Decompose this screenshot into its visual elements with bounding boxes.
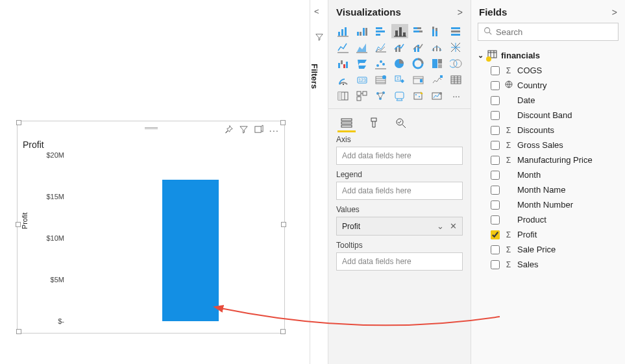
field-checkbox[interactable] [491, 215, 500, 224]
viz-type-21[interactable] [335, 73, 352, 87]
viz-type-3[interactable] [391, 24, 408, 38]
field-cogs[interactable]: ΣCOGS [471, 63, 625, 78]
field-checkbox[interactable] [491, 141, 500, 150]
field-checkbox[interactable] [491, 96, 500, 105]
field-checkbox[interactable] [491, 230, 500, 239]
chart-visual[interactable]: ··· Profit Profit $20M $15M $10M $5M $- [17, 121, 285, 334]
viz-type-28[interactable] [335, 89, 352, 103]
viz-type-13[interactable] [448, 40, 465, 55]
viz-type-24[interactable]: Σ [391, 73, 408, 87]
fields-tab-icon[interactable] [339, 115, 354, 130]
field-date[interactable]: ·Date [471, 93, 625, 108]
chart-bar[interactable] [162, 180, 219, 321]
values-well[interactable]: Profit ⌄ ✕ [336, 217, 463, 236]
field-gross-sales[interactable]: ΣGross Sales [471, 138, 625, 152]
viz-type-14[interactable] [335, 56, 352, 71]
search-input[interactable] [496, 27, 613, 37]
field-checkbox[interactable] [491, 156, 500, 165]
field-checkbox[interactable] [491, 111, 500, 120]
svg-rect-74 [371, 118, 376, 121]
format-tab-icon[interactable] [366, 115, 382, 130]
field-country[interactable]: Country [471, 78, 625, 93]
resize-handle-tl[interactable] [16, 120, 21, 125]
viz-type-23[interactable] [373, 73, 389, 87]
viz-type-0[interactable] [335, 24, 352, 38]
expand-filters-icon[interactable]: < [314, 6, 319, 16]
fields-search[interactable] [478, 23, 619, 41]
viz-type-10[interactable] [391, 40, 408, 55]
viz-type-1[interactable] [354, 24, 371, 38]
viz-type-33[interactable] [429, 89, 446, 103]
more-options-icon[interactable]: ··· [269, 125, 279, 136]
resize-handle-tr[interactable] [280, 120, 286, 125]
viz-type-20[interactable] [448, 56, 465, 71]
viz-type-7[interactable] [335, 40, 352, 55]
collapse-viz-icon[interactable]: > [458, 7, 463, 18]
viz-type-2[interactable] [373, 24, 389, 38]
field-checkbox[interactable] [491, 245, 500, 254]
focus-mode-icon[interactable] [254, 125, 263, 136]
viz-type-29[interactable] [354, 89, 371, 103]
viz-type-25[interactable] [410, 73, 427, 87]
field-product[interactable]: ·Product [471, 212, 625, 227]
field-sale-price[interactable]: ΣSale Price [471, 242, 625, 257]
viz-type-32[interactable] [410, 89, 427, 103]
viz-type-15[interactable] [354, 56, 371, 71]
field-month-name[interactable]: ·Month Name [471, 182, 625, 197]
field-checkbox[interactable] [491, 66, 500, 75]
field-month-number[interactable]: ·Month Number [471, 197, 625, 212]
legend-well[interactable]: Add data fields here [336, 182, 463, 200]
viz-type-30[interactable] [373, 89, 389, 103]
tooltips-well[interactable]: Add data fields here [336, 252, 463, 271]
report-canvas[interactable]: ··· Profit Profit $20M $15M $10M $5M $- [0, 0, 305, 364]
resize-handle-br[interactable] [280, 329, 286, 334]
field-discount-band[interactable]: ·Discount Band [471, 108, 625, 123]
viz-type-12[interactable] [429, 40, 446, 55]
field-discounts[interactable]: ΣDiscounts [471, 123, 625, 138]
resize-handle-bl[interactable] [16, 329, 21, 334]
filter-icon[interactable] [239, 125, 249, 136]
table-header[interactable]: ⌄ financials [471, 47, 625, 63]
viz-type-9[interactable] [373, 40, 389, 55]
viz-type-26[interactable] [429, 73, 446, 87]
viz-type-17[interactable] [391, 56, 408, 71]
filters-pane-collapsed[interactable]: < Filters [310, 0, 328, 364]
svg-rect-24 [451, 34, 460, 36]
collapse-fields-icon[interactable]: > [612, 7, 617, 18]
viz-type-31[interactable] [391, 89, 408, 103]
viz-type-22[interactable]: 123 [354, 73, 371, 87]
pin-icon[interactable] [224, 125, 234, 136]
remove-field-icon[interactable]: ✕ [450, 221, 457, 231]
field-profit[interactable]: ΣProfit [471, 227, 625, 242]
field-checkbox[interactable] [491, 81, 500, 90]
field-checkbox[interactable] [491, 171, 500, 180]
field-name: Sale Price [517, 245, 556, 254]
resize-handle-mr[interactable] [281, 222, 286, 227]
field-manufacturing-price[interactable]: ΣManufacturing Price [471, 152, 625, 167]
analytics-tab-icon[interactable] [393, 115, 409, 130]
visualizations-title: Visualizations [336, 6, 401, 18]
viz-type-11[interactable] [410, 40, 427, 55]
field-sales[interactable]: ΣSales [471, 257, 625, 272]
field-checkbox[interactable] [491, 186, 500, 195]
axis-well[interactable]: Add data fields here [336, 147, 463, 165]
field-month[interactable]: ·Month [471, 167, 625, 182]
viz-type-19[interactable] [429, 56, 446, 71]
field-checkbox[interactable] [491, 200, 500, 210]
svg-rect-7 [365, 28, 367, 36]
values-well-item[interactable]: Profit [342, 222, 360, 231]
resize-handle-ml[interactable] [16, 222, 21, 227]
viz-type-16[interactable] [373, 56, 389, 71]
field-checkbox[interactable] [491, 126, 500, 135]
viz-more-icon[interactable]: ··· [448, 89, 465, 103]
viz-type-18[interactable] [410, 56, 427, 71]
viz-type-8[interactable] [354, 40, 371, 55]
chevron-down-icon[interactable]: ⌄ [437, 221, 444, 231]
filter-clear-icon[interactable] [315, 32, 324, 43]
viz-type-5[interactable] [429, 24, 446, 38]
field-checkbox[interactable] [491, 260, 500, 269]
viz-type-27[interactable] [448, 73, 465, 87]
viz-type-4[interactable] [410, 24, 427, 38]
viz-type-6[interactable] [448, 24, 465, 38]
move-grip-icon[interactable] [145, 127, 158, 129]
